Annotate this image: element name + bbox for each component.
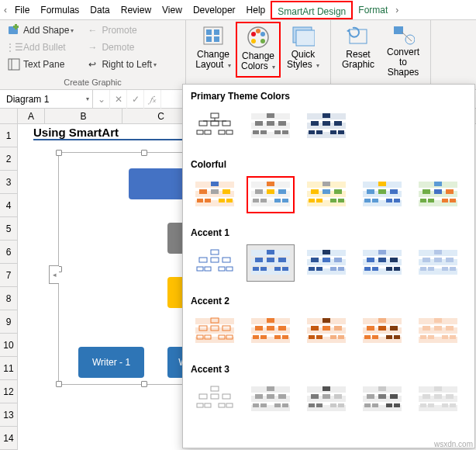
svg-rect-29: [205, 130, 211, 134]
right-to-left-button[interactable]: ↩ Right to Left▾: [83, 56, 160, 73]
color-thumb-primary-outline[interactable]: [191, 108, 239, 145]
svg-rect-177: [267, 326, 274, 331]
color-thumb-colorful-5[interactable]: [414, 176, 462, 213]
svg-rect-136: [316, 267, 323, 271]
svg-rect-249: [378, 386, 386, 391]
row-header[interactable]: 1: [0, 124, 17, 147]
svg-rect-96: [386, 199, 392, 202]
svg-rect-159: [442, 267, 448, 271]
color-thumb-accent3-3[interactable]: [302, 381, 350, 418]
add-shape-button[interactable]: Add Shape▾: [5, 22, 77, 39]
tab-review[interactable]: Review: [116, 1, 157, 19]
color-thumb-colorful-3[interactable]: [302, 176, 350, 213]
col-header-a[interactable]: A: [18, 109, 45, 123]
selection-handle[interactable]: [56, 150, 62, 156]
selection-handle[interactable]: [141, 150, 147, 156]
svg-rect-52: [330, 130, 336, 134]
name-box-dropdown-icon[interactable]: ▾: [86, 95, 89, 102]
color-thumb-accent3-5[interactable]: [414, 381, 462, 418]
color-thumb-accent2-3[interactable]: [302, 313, 350, 350]
svg-rect-189: [334, 326, 342, 331]
color-thumb-accent1-5[interactable]: [414, 244, 462, 282]
svg-rect-112: [222, 258, 230, 262]
convert-to-shapes-button[interactable]: Convert to Shapes: [381, 22, 426, 78]
color-thumb-accent2-5[interactable]: [414, 313, 462, 350]
color-thumb-accent2-1[interactable]: [191, 313, 239, 350]
svg-rect-42: [282, 130, 288, 134]
row-header[interactable]: 4: [0, 194, 17, 217]
name-box[interactable]: Diagram 1 ▾: [0, 90, 93, 109]
color-thumb-colorful-2[interactable]: [247, 176, 295, 213]
select-all-triangle[interactable]: [0, 109, 17, 124]
tab-smartart-design[interactable]: SmartArt Design: [271, 1, 353, 19]
svg-rect-110: [199, 258, 207, 262]
col-header-b[interactable]: B: [45, 109, 122, 123]
svg-rect-241: [334, 394, 342, 399]
row-header[interactable]: 5: [0, 217, 17, 241]
text-pane-button[interactable]: Text Pane: [5, 56, 77, 73]
row-header[interactable]: 9: [0, 310, 17, 334]
svg-rect-181: [274, 335, 281, 339]
color-thumb-accent1-outline[interactable]: [191, 244, 239, 282]
add-shape-label: Add Shape: [23, 25, 69, 36]
right-to-left-label: Right to Left: [102, 59, 152, 70]
svg-rect-69: [255, 189, 263, 194]
text-pane-toggle[interactable]: ◂: [49, 265, 59, 284]
row-header[interactable]: 2: [0, 147, 17, 171]
demote-label: Demote: [102, 42, 134, 53]
row-header[interactable]: 3: [0, 171, 17, 194]
reset-graphic-button[interactable]: Reset Graphic: [336, 22, 381, 78]
formula-commit[interactable]: ✓: [127, 90, 144, 109]
tab-formulas[interactable]: Formulas: [35, 1, 85, 19]
color-thumb-accent3-1[interactable]: [191, 381, 239, 418]
color-thumb-accent2-4[interactable]: [358, 313, 406, 350]
color-thumb-primary-dark[interactable]: [302, 108, 350, 145]
svg-rect-64: [226, 199, 233, 202]
change-layout-button[interactable]: Change Layout ▾: [191, 22, 236, 78]
row-header[interactable]: 13: [0, 403, 17, 427]
tab-data[interactable]: Data: [85, 1, 115, 19]
smartart-node-writer1[interactable]: Writer - 1: [78, 347, 144, 378]
row-header[interactable]: 11: [0, 357, 17, 380]
watermark: wsxdn.com: [434, 440, 473, 448]
row-header[interactable]: 12: [0, 380, 17, 403]
row-header[interactable]: 6: [0, 241, 17, 264]
color-thumb-accent3-4[interactable]: [358, 381, 406, 418]
tab-file[interactable]: File: [9, 1, 35, 19]
tab-developer[interactable]: Developer: [188, 1, 241, 19]
svg-rect-115: [219, 267, 225, 271]
svg-rect-200: [390, 326, 398, 331]
color-thumb-accent1-4[interactable]: [358, 244, 406, 282]
row-header[interactable]: 7: [0, 264, 17, 287]
color-thumb-accent1-fill[interactable]: [247, 244, 295, 282]
gallery-header-accent1: Accent 1: [183, 221, 474, 243]
svg-rect-256: [394, 403, 400, 407]
svg-rect-264: [420, 403, 426, 407]
color-thumb-primary-gray[interactable]: [247, 108, 295, 145]
fx-button[interactable]: 𝑓ₓ: [144, 90, 161, 109]
svg-rect-120: [267, 250, 274, 254]
row-header[interactable]: 8: [0, 287, 17, 310]
quick-styles-button[interactable]: Quick Styles ▾: [281, 22, 326, 78]
formula-cancel[interactable]: ✕: [110, 90, 127, 109]
color-thumb-accent3-2[interactable]: [247, 381, 295, 418]
selection-handle[interactable]: [56, 381, 62, 387]
change-colors-button[interactable]: Change Colors ▾: [236, 22, 281, 78]
formula-dropdown[interactable]: ⌄: [93, 90, 110, 109]
tab-view[interactable]: View: [157, 1, 188, 19]
tabs-scroll-left[interactable]: ‹: [2, 5, 9, 16]
color-thumb-colorful-1[interactable]: [191, 176, 239, 213]
tab-help[interactable]: Help: [241, 1, 271, 19]
row-header[interactable]: 10: [0, 334, 17, 357]
tabs-scroll-right[interactable]: ›: [393, 5, 401, 16]
color-thumb-accent2-2[interactable]: [247, 313, 295, 350]
svg-rect-244: [330, 403, 336, 407]
color-thumb-accent1-3[interactable]: [302, 244, 350, 282]
color-thumb-colorful-4[interactable]: [358, 176, 406, 213]
svg-rect-254: [372, 403, 378, 407]
tab-format[interactable]: Format: [353, 1, 393, 19]
svg-rect-222: [219, 403, 225, 407]
row-header[interactable]: 14: [0, 427, 17, 450]
selection-handle[interactable]: [141, 381, 147, 387]
svg-rect-191: [316, 335, 323, 339]
